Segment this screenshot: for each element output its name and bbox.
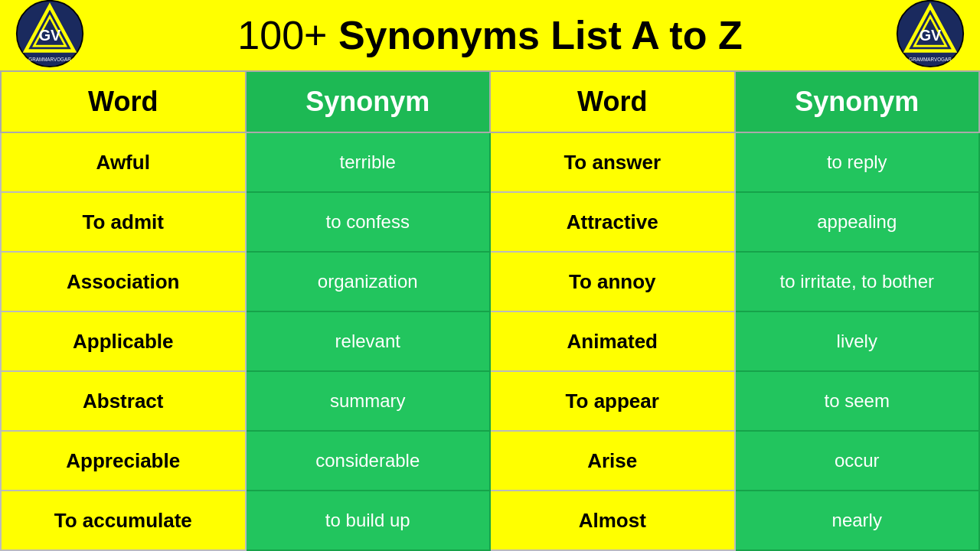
word-cell-4-2: To appear [490, 371, 735, 431]
col-header-word1: Word [1, 71, 246, 132]
word-cell-3-2: Animated [490, 311, 735, 371]
word-cell-5-2: Arise [490, 431, 735, 491]
table-row: AssociationorganizationTo annoyto irrita… [1, 252, 979, 311]
word-cell-0-2: To answer [490, 132, 735, 192]
page-wrapper: GV GRAMMARVOGAR 100+ Synonyms List A to … [0, 0, 980, 551]
table-wrapper: Word Synonym Word Synonym AwfulterribleT… [0, 70, 980, 551]
word-cell-0-1: Awful [1, 132, 246, 192]
svg-text:GV: GV [920, 27, 942, 44]
header: GV GRAMMARVOGAR 100+ Synonyms List A to … [0, 0, 980, 70]
col-header-syn2: Synonym [735, 71, 980, 132]
col-header-word2: Word [490, 71, 735, 132]
syn-cell-5-1: considerable [246, 431, 491, 491]
logo-left: GV GRAMMARVOGAR [15, 0, 84, 71]
syn-cell-4-1: summary [246, 371, 491, 431]
table-row: AbstractsummaryTo appearto seem [1, 371, 979, 431]
word-cell-6-2: Almost [490, 491, 735, 550]
word-cell-4-1: Abstract [1, 371, 246, 431]
header-title: 100+ Synonyms List A to Z [237, 12, 742, 58]
syn-cell-3-1: relevant [246, 311, 491, 371]
svg-text:GRAMMARVOGAR: GRAMMARVOGAR [909, 57, 952, 62]
syn-cell-2-1: organization [246, 252, 491, 311]
syn-cell-6-1: to build up [246, 491, 491, 550]
col-header-syn1: Synonym [246, 71, 491, 132]
syn-cell-5-2: occur [735, 431, 980, 491]
word-cell-2-1: Association [1, 252, 246, 311]
svg-text:GV: GV [39, 27, 61, 44]
word-cell-6-1: To accumulate [1, 491, 246, 550]
syn-cell-0-1: terrible [246, 132, 491, 192]
syn-cell-4-2: to seem [735, 371, 980, 431]
table-row: To admitto confessAttractiveappealing [1, 192, 979, 252]
syn-cell-0-2: to reply [735, 132, 980, 192]
table-header-row: Word Synonym Word Synonym [1, 71, 979, 132]
syn-cell-1-2: appealing [735, 192, 980, 252]
syn-cell-3-2: lively [735, 311, 980, 371]
header-prefix: 100+ [237, 13, 338, 57]
syn-cell-1-1: to confess [246, 192, 491, 252]
logo-right: GV GRAMMARVOGAR [896, 0, 965, 71]
table-row: AppreciableconsiderableAriseoccur [1, 431, 979, 491]
table-row: ApplicablerelevantAnimatedlively [1, 311, 979, 371]
table-row: AwfulterribleTo answerto reply [1, 132, 979, 192]
word-cell-1-1: To admit [1, 192, 246, 252]
svg-text:GRAMMARVOGAR: GRAMMARVOGAR [28, 57, 71, 62]
word-cell-5-1: Appreciable [1, 431, 246, 491]
header-main-title: Synonyms List A to Z [338, 13, 743, 57]
word-cell-1-2: Attractive [490, 192, 735, 252]
word-cell-3-1: Applicable [1, 311, 246, 371]
table-row: To accumulateto build upAlmostnearly [1, 491, 979, 550]
syn-cell-6-2: nearly [735, 491, 980, 550]
word-cell-2-2: To annoy [490, 252, 735, 311]
synonyms-table: Word Synonym Word Synonym AwfulterribleT… [0, 70, 980, 551]
syn-cell-2-2: to irritate, to bother [735, 252, 980, 311]
